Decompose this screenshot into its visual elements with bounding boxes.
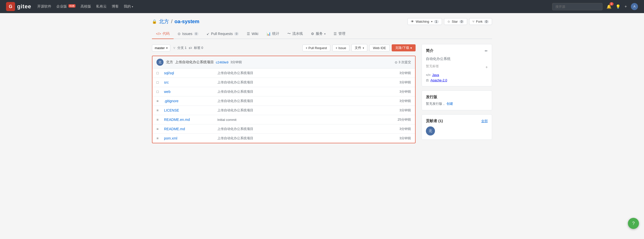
file-link[interactable]: README.md [164, 127, 185, 131]
notification-btn[interactable]: 🔔 2 [607, 4, 612, 9]
release-create-link[interactable]: 创建 [447, 102, 453, 106]
repo-header: 🔒 北方 / oa-system 👁 Watching ▾ 1 ☆ Star 0… [152, 18, 492, 25]
file-time: 3分钟前 [399, 136, 411, 141]
tab-issues[interactable]: ⊙ Issues 0 [174, 29, 203, 39]
tab-code[interactable]: </> 代码 [152, 29, 174, 39]
nav-opensource[interactable]: 开源软件 [37, 4, 51, 9]
file-time: 3分钟前 [399, 71, 411, 75]
clone-btn[interactable]: 克隆/下载 ▾ [392, 44, 416, 51]
file-name-cell: pom.xml [164, 136, 214, 140]
tab-pullrequests[interactable]: ↙ Pull Requests 0 [203, 29, 243, 39]
tab-stats[interactable]: 📊 统计 [262, 29, 283, 39]
file-desc: 上传自动化办公系统项目 [217, 89, 396, 94]
commit-time: 3分钟前 [230, 60, 242, 64]
nav-enterprise[interactable]: 企业版 特惠 [56, 4, 75, 9]
file-row: ≡ LICENSE 上传自动化办公系统项目 3分钟前 [152, 106, 415, 115]
file-link[interactable]: LICENSE [164, 108, 179, 112]
license-link[interactable]: Apache-2.0 [430, 78, 447, 82]
logo-icon[interactable]: G [6, 2, 15, 11]
navbar-right: 🔔 2 💡 + A [552, 3, 638, 10]
contrib-avatars: 北 [426, 126, 488, 135]
repo-content: master ▾ ⑂ 分支 1 🏷 标签 0 + Pull Request + … [152, 44, 416, 143]
commit-header: 北 北方 上传自动化办公系统项目 c2469e9 3分钟前 ⊙ 3 次提交 [152, 56, 415, 69]
file-link[interactable]: sql/sql [164, 71, 174, 75]
file-link[interactable]: README.en.md [164, 118, 190, 122]
file-row: □ web 上传自动化办公系统项目 3分钟前 [152, 87, 415, 96]
watching-count: 1 [434, 20, 439, 23]
commit-hash[interactable]: c2469e9 [216, 60, 228, 64]
tab-wiki[interactable]: ☰ Wiki [243, 29, 262, 39]
services-icon: ⚙ [311, 32, 314, 36]
file-dropdown-arrow: ▾ [363, 47, 364, 49]
nav-mine[interactable]: 我的 ▾ [124, 4, 133, 9]
watching-btn[interactable]: 👁 Watching ▾ 1 [408, 18, 442, 25]
stats-icon: 📊 [266, 32, 271, 36]
branch-selector[interactable]: master ▾ [152, 45, 170, 51]
sidebar-tag-add-btn[interactable]: + [486, 65, 488, 70]
sidebar-tag: 暂无标签 [426, 64, 439, 69]
issues-icon: ⊙ [178, 32, 181, 36]
fork-icon: ⑂ [472, 20, 474, 23]
file-link[interactable]: web [164, 90, 171, 94]
sidebar-intro-header: 简介 ✏ [426, 48, 488, 53]
file-time: 3分钟前 [399, 80, 411, 85]
file-name-cell: sql/sql [164, 71, 214, 75]
tab-services[interactable]: ⚙ 服务 ▾ [307, 29, 330, 39]
sidebar-edit-btn[interactable]: ✏ [485, 49, 488, 53]
sidebar-release: 发行版 暂无发行版， 创建 [422, 90, 492, 110]
page-container: 🔒 北方 / oa-system 👁 Watching ▾ 1 ☆ Star 0… [146, 13, 498, 148]
webide-btn[interactable]: Web IDE [369, 45, 390, 51]
sidebar-intro-desc: 自动化办公系统 [426, 56, 488, 61]
navbar: G gitee 开源软件 企业版 特惠 高校版 私有云 博客 我的 ▾ 🔔 2 … [0, 0, 644, 13]
search-input[interactable] [552, 3, 602, 10]
file-time: 25分钟前 [398, 117, 411, 122]
branch-label: master [155, 46, 165, 50]
fork-btn[interactable]: ⑂ Fork 0 [469, 18, 492, 25]
file-table: 北 北方 上传自动化办公系统项目 c2469e9 3分钟前 ⊙ 3 次提交 [152, 56, 416, 143]
pull-request-btn[interactable]: + Pull Request [302, 45, 330, 51]
fork-count: 0 [484, 20, 489, 23]
file-link[interactable]: pom.xml [164, 136, 177, 140]
branch-fork-icon: ⑂ [173, 46, 175, 50]
commit-author-avatar[interactable]: 北 [156, 59, 164, 66]
nav-blog[interactable]: 博客 [112, 4, 119, 9]
eye-icon: 👁 [411, 20, 414, 23]
add-btn[interactable]: + [625, 4, 627, 9]
sidebar-release-title: 发行版 [426, 95, 488, 99]
avatar[interactable]: A [631, 3, 638, 10]
sidebar-intro-title: 简介 [426, 48, 433, 53]
sidebar-contrib-all-link[interactable]: 全部 [481, 119, 488, 123]
file-icon: ≡ [156, 136, 161, 140]
star-btn[interactable]: ☆ Star 0 [444, 18, 467, 25]
repo-title: 🔒 北方 / oa-system [152, 18, 199, 25]
repo-owner[interactable]: 北方 [159, 18, 169, 25]
points-btn[interactable]: 💡 [616, 4, 621, 9]
file-row: ≡ pom.xml 上传自动化办公系统项目 3分钟前 [152, 134, 415, 143]
file-btn[interactable]: 文件 ▾ [351, 44, 367, 52]
folder-icon: □ [156, 90, 161, 94]
tag-count: 标签 0 [194, 46, 203, 50]
wiki-icon: ☰ [247, 32, 250, 36]
file-icon: ≡ [156, 118, 161, 122]
file-link[interactable]: src [164, 80, 169, 84]
sidebar-language: </> Java [426, 73, 488, 77]
file-link[interactable]: .gitignore [164, 99, 179, 103]
contributor-avatar[interactable]: 北 [426, 126, 435, 135]
folder-icon: □ [156, 71, 161, 75]
tab-pipeline[interactable]: 〜 流水线 [283, 29, 307, 39]
nav-university[interactable]: 高校版 [80, 4, 91, 9]
file-desc: 上传自动化办公系统项目 [217, 108, 396, 113]
main-content: master ▾ ⑂ 分支 1 🏷 标签 0 + Pull Request + … [152, 44, 492, 143]
file-desc: 上传自动化办公系统项目 [217, 71, 396, 75]
pr-badge: 0 [234, 32, 239, 36]
tab-manage[interactable]: ☰ 管理 [330, 29, 349, 39]
branch-count: 分支 1 [177, 46, 187, 50]
issue-btn[interactable]: + Issue [332, 45, 349, 51]
lang-link[interactable]: Java [432, 73, 439, 77]
code-icon: </> [156, 32, 161, 36]
sidebar-contributors: 贡献者 (1) 全部 北 [422, 114, 492, 140]
nav-private[interactable]: 私有云 [96, 4, 107, 9]
file-desc: 上传自动化办公系统项目 [217, 136, 396, 141]
file-desc: 上传自动化办公系统项目 [217, 80, 396, 85]
repo-name[interactable]: oa-system [175, 19, 199, 24]
